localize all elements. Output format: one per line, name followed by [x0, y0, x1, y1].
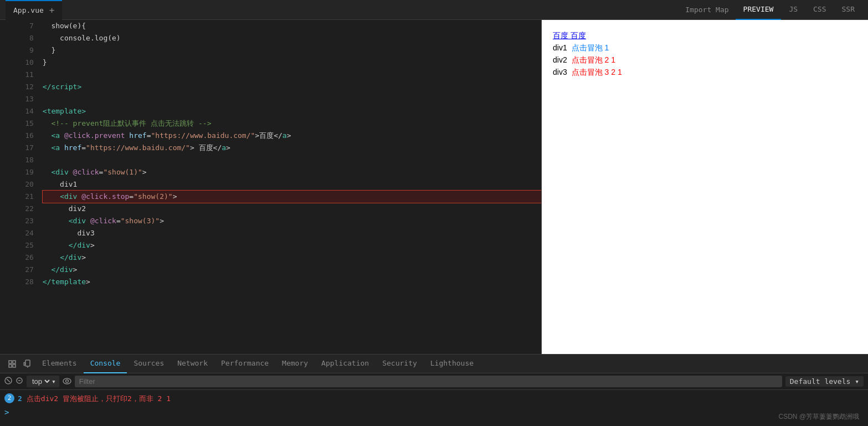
line-number: 13 [0, 93, 43, 105]
line-content: <div @click="show(1)"> [43, 166, 541, 178]
tab-ssr[interactable]: SSR [834, 0, 862, 20]
devtools-tab-lighthouse[interactable]: Lighthouse [424, 355, 480, 373]
table-row: 25 </div> [0, 239, 541, 252]
line-content: <template> [43, 105, 541, 117]
line-number: 28 [0, 276, 43, 288]
line-number: 20 [0, 178, 43, 191]
console-stop-button[interactable] [16, 377, 23, 386]
line-content: console.log(e) [43, 32, 541, 44]
line-number: 11 [0, 69, 43, 81]
file-tab[interactable]: App.vue + [6, 0, 62, 20]
console-filter-input[interactable] [75, 376, 782, 387]
line-number: 18 [0, 154, 43, 166]
table-row: 21 <div @click.stop="show(2)"> [0, 191, 541, 203]
svg-point-12 [65, 379, 68, 382]
line-number: 10 [0, 57, 43, 69]
table-row: 16 <a @click.prevent href="https://www.b… [0, 130, 541, 142]
line-content: <!-- prevent阻止默认事件 点击无法跳转 --> [43, 117, 541, 130]
table-row: 24 div3 [0, 227, 541, 239]
preview-div2-text[interactable]: 点击冒泡 2 1 [572, 55, 615, 65]
line-number: 14 [0, 105, 43, 117]
line-content: div2 [43, 203, 541, 215]
preview-div1-row: div1 点击冒泡 1 [553, 43, 857, 53]
preview-div3-row: div3 点击冒泡 3 2 1 [553, 68, 857, 78]
line-number: 12 [0, 81, 43, 93]
line-content: div3 [43, 227, 541, 239]
console-message: 点击div2 冒泡被阻止，只打印2，而非 2 1 [27, 393, 171, 404]
default-levels-button[interactable]: Default levels ▾ [785, 376, 864, 387]
table-row: 14<template> [0, 105, 541, 117]
eye-icon[interactable] [63, 377, 71, 386]
context-select-input[interactable]: top [30, 377, 52, 386]
preview-div3-text[interactable]: 点击冒泡 3 2 1 [572, 68, 622, 78]
preview-div3-label: div3 [553, 68, 567, 76]
tab-css[interactable]: CSS [805, 0, 834, 20]
tab-preview[interactable]: PREVIEW [736, 0, 782, 20]
line-content: </template> [43, 276, 541, 288]
line-content: <div @click="show(3)"> [43, 215, 541, 227]
devtools-tab-performance[interactable]: Performance [214, 355, 275, 373]
watermark: CSDN @芳草萋萋鹦鹉洲哦 [778, 412, 859, 422]
console-line-1: 2 2 点击div2 冒泡被阻止，只打印2，而非 2 1 [0, 392, 868, 406]
table-row: 22 div2 [0, 203, 541, 215]
console-prompt-symbol: > [4, 407, 9, 418]
context-selector[interactable]: top ▾ [27, 376, 59, 387]
preview-div2-row: div2 点击冒泡 2 1 [553, 55, 857, 65]
line-number: 27 [0, 264, 43, 276]
new-tab-button[interactable]: + [49, 5, 55, 16]
line-content [43, 69, 541, 81]
line-content: } [43, 44, 541, 57]
console-toolbar: top ▾ Default levels ▾ [0, 373, 868, 390]
code-lines: 7 show(e){8 console.log(e)9 }10}1112</sc… [0, 20, 541, 288]
preview-link-baidu[interactable]: 百度 百度 [553, 31, 857, 41]
tab-js[interactable]: JS [781, 0, 805, 20]
svg-rect-6 [24, 362, 25, 366]
table-row: 18 [0, 154, 541, 166]
table-row: 17 <a href="https://www.baidu.com/"> 百度<… [0, 142, 541, 154]
line-number: 16 [0, 130, 43, 142]
table-row: 23 <div @click="show(3)"> [0, 215, 541, 227]
line-number: 25 [0, 239, 43, 252]
preview-div1-text[interactable]: 点击冒泡 1 [572, 43, 609, 53]
svg-rect-0 [9, 361, 12, 363]
line-number: 15 [0, 117, 43, 130]
table-row: 12</script> [0, 81, 541, 93]
line-number: 8 [0, 32, 43, 44]
devtools-tab-security[interactable]: Security [376, 355, 424, 373]
devtools-inspect-icon[interactable] [4, 356, 20, 372]
console-output: 2 2 点击div2 冒泡被阻止，只打印2，而非 2 1 > [0, 390, 868, 426]
table-row: 13 [0, 93, 541, 105]
devtools-panel: Elements Console Sources Network Perform… [0, 354, 868, 426]
table-row: 26 </div> [0, 252, 541, 264]
console-clear-button[interactable] [4, 377, 12, 386]
import-map-button[interactable]: Import Map [679, 6, 735, 14]
line-number: 23 [0, 215, 43, 227]
devtools-device-icon[interactable] [20, 356, 35, 372]
console-prompt-line[interactable]: > [0, 406, 868, 419]
code-editor[interactable]: 7 show(e){8 console.log(e)9 }10}1112</sc… [0, 20, 541, 354]
line-number: 26 [0, 252, 43, 264]
line-number: 21 [0, 191, 43, 203]
devtools-tabs-bar: Elements Console Sources Network Perform… [0, 355, 868, 373]
line-number: 17 [0, 142, 43, 154]
devtools-tab-application[interactable]: Application [315, 355, 376, 373]
devtools-tab-network[interactable]: Network [171, 355, 214, 373]
line-content: <a href="https://www.baidu.com/"> 百度</a> [43, 142, 541, 154]
file-tab-label: App.vue [13, 6, 44, 14]
line-number: 19 [0, 166, 43, 178]
table-row: 7 show(e){ [0, 20, 541, 32]
line-content [43, 93, 541, 105]
line-content: <div @click.stop="show(2)"> [43, 191, 541, 203]
line-content: </div> [43, 239, 541, 252]
line-content: </script> [43, 81, 541, 93]
table-row: 19 <div @click="show(1)"> [0, 166, 541, 178]
line-content: show(e){ [43, 20, 541, 32]
devtools-tab-elements[interactable]: Elements [35, 355, 84, 373]
devtools-tab-sources[interactable]: Sources [127, 355, 171, 373]
table-row: 11 [0, 69, 541, 81]
devtools-tab-console[interactable]: Console [84, 355, 127, 373]
devtools-tab-memory[interactable]: Memory [275, 355, 315, 373]
preview-div2-label: div2 [553, 55, 567, 64]
line-content: } [43, 57, 541, 69]
main-content: 7 show(e){8 console.log(e)9 }10}1112</sc… [0, 20, 868, 354]
